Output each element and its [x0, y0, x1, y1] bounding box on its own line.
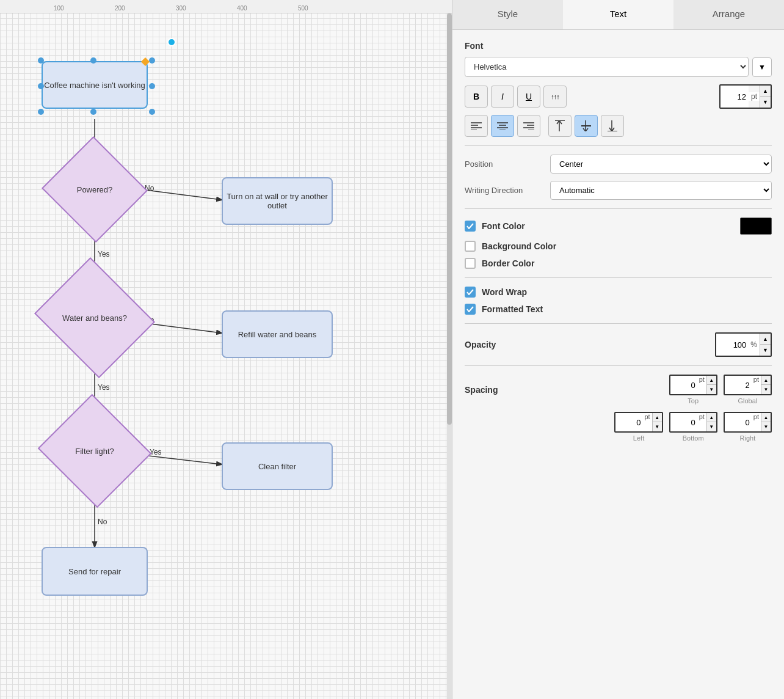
svg-text:Yes: Yes	[150, 448, 162, 456]
bg-color-row: Background Color	[465, 241, 772, 252]
canvas-scrollbar[interactable]	[447, 13, 452, 699]
handle-br[interactable]	[149, 109, 155, 115]
canvas-scroll-thumb[interactable]	[447, 13, 452, 425]
opacity-up[interactable]: ▲	[760, 334, 771, 345]
spacing-top-down[interactable]: ▼	[706, 385, 716, 394]
svg-text:No: No	[98, 518, 107, 526]
border-color-checkbox[interactable]	[465, 258, 476, 269]
spacing-bottom-value[interactable]	[670, 413, 697, 431]
node-clean-filter-label: Clean filter	[258, 462, 296, 471]
format-buttons-row: B I U ↑↑↑ pt ▲ ▼	[465, 84, 772, 109]
position-select[interactable]: Center Left Right	[550, 155, 772, 174]
opacity-value[interactable]	[716, 335, 748, 354]
font-dropdown-arrow[interactable]: ▼	[752, 57, 772, 77]
spacing-bottom-spin: ▲ ▼	[706, 413, 716, 431]
valign-top-button[interactable]	[548, 115, 572, 137]
spacing-top-up[interactable]: ▲	[706, 376, 716, 385]
spacing-right-up[interactable]: ▲	[761, 413, 771, 422]
spacing-left-label: Left	[633, 434, 644, 442]
sep-2	[465, 208, 772, 209]
node-turn-on[interactable]: Turn on at wall or try another outlet	[222, 177, 333, 225]
spacing-global-up[interactable]: ▲	[761, 376, 771, 385]
border-color-row: Border Color	[465, 258, 772, 269]
handle-bc[interactable]	[90, 109, 96, 115]
handle-tl[interactable]	[38, 57, 44, 64]
spacing-top-unit: pt	[697, 376, 706, 394]
node-filter-light-label: Filter light?	[75, 447, 114, 456]
formatted-text-checkbox[interactable]	[465, 304, 476, 315]
spacing-left-up[interactable]: ▲	[652, 413, 662, 422]
spacing-right-label: Right	[740, 434, 756, 442]
bg-color-checkbox[interactable]	[465, 241, 476, 252]
node-powered[interactable]: Powered?	[56, 153, 133, 226]
spacing-left-field: pt ▲ ▼ Left	[614, 412, 662, 442]
sep-5	[465, 365, 772, 366]
ruler-tick: 500	[298, 5, 308, 12]
ruler-horizontal: 100 200 300 400 500	[0, 0, 452, 13]
spacing-global-value[interactable]	[725, 376, 752, 394]
opacity-spinners: ▲ ▼	[760, 334, 771, 356]
opacity-down[interactable]: ▼	[760, 345, 771, 356]
spacing-left-down[interactable]: ▼	[652, 422, 662, 431]
tab-bar: Style Text Arrange	[452, 0, 784, 30]
spacing-left-value[interactable]	[615, 413, 642, 431]
spacing-top-input: pt ▲ ▼	[669, 375, 717, 395]
font-size-spinners: ▲ ▼	[760, 86, 771, 108]
underline-button[interactable]: U	[517, 86, 540, 108]
spacing-right-spin: ▲ ▼	[761, 413, 771, 431]
valign-middle-button[interactable]	[575, 115, 598, 137]
font-family-select[interactable]: Helvetica Arial Times New Roman	[465, 57, 749, 77]
word-wrap-row: Word Wrap	[465, 287, 772, 298]
tab-text[interactable]: Text	[563, 0, 673, 29]
handle-ml[interactable]	[38, 83, 44, 89]
font-size-down[interactable]: ▼	[760, 97, 771, 108]
tab-style[interactable]: Style	[452, 0, 563, 29]
italic-button[interactable]: I	[491, 86, 514, 108]
spacing-bottom-down[interactable]: ▼	[706, 422, 716, 431]
node-clean-filter[interactable]: Clean filter	[222, 442, 333, 490]
node-repair[interactable]: Send for repair	[42, 547, 148, 596]
align-left-button[interactable]	[465, 115, 488, 137]
formatted-text-label: Formatted Text	[482, 304, 543, 314]
spacing-top-value[interactable]	[670, 376, 697, 394]
formatted-text-row: Formatted Text	[465, 304, 772, 315]
sidebar-content: Font Helvetica Arial Times New Roman ▼ B…	[452, 30, 784, 699]
align-center-button[interactable]	[491, 115, 514, 137]
spacing-right-field: pt ▲ ▼ Right	[724, 412, 772, 442]
writing-direction-select[interactable]: Automatic Left to Right Right to Left	[550, 181, 772, 200]
writing-direction-row: Writing Direction Automatic Left to Righ…	[465, 181, 772, 200]
text-align-row	[465, 115, 772, 137]
sep-4	[465, 323, 772, 324]
tab-arrange[interactable]: Arrange	[673, 0, 784, 29]
canvas[interactable]: 100 200 300 400 500 No Yes No Yes Yes No	[0, 0, 452, 699]
handle-tr[interactable]	[149, 57, 155, 64]
node-start[interactable]: Coffee machine isn't working	[42, 61, 148, 109]
font-size-value[interactable]	[720, 86, 749, 108]
bg-color-label: Background Color	[482, 241, 556, 251]
node-refill[interactable]: Refill water and beans	[222, 310, 333, 358]
font-size-up[interactable]: ▲	[760, 86, 771, 97]
svg-text:Yes: Yes	[98, 383, 110, 392]
bold-button[interactable]: B	[465, 86, 488, 108]
handle-bl[interactable]	[38, 109, 44, 115]
rotate-handle[interactable]	[167, 38, 176, 46]
align-right-button[interactable]	[517, 115, 540, 137]
spacing-top-spin: ▲ ▼	[706, 376, 716, 394]
font-color-checkbox[interactable]	[465, 221, 476, 232]
spacing-bottom-up[interactable]: ▲	[706, 413, 716, 422]
spacing-left-spin: ▲ ▼	[652, 413, 662, 431]
node-filter-light[interactable]: Filter light?	[53, 412, 137, 489]
node-water-beans-label: Water and beans?	[62, 313, 127, 323]
spacing-global-down[interactable]: ▼	[761, 385, 771, 394]
spacing-top-field: pt ▲ ▼ Top	[669, 375, 717, 404]
valign-bottom-button[interactable]	[601, 115, 624, 137]
superscript-button[interactable]: ↑↑↑	[543, 86, 567, 108]
spacing-right-down[interactable]: ▼	[761, 422, 771, 431]
node-water-beans[interactable]: Water and beans?	[49, 278, 140, 357]
handle-mr[interactable]	[149, 83, 155, 89]
ruler-tick: 200	[115, 5, 125, 12]
handle-tc[interactable]	[90, 57, 96, 64]
spacing-right-value[interactable]	[725, 413, 752, 431]
font-color-swatch[interactable]	[740, 218, 772, 235]
word-wrap-checkbox[interactable]	[465, 287, 476, 298]
